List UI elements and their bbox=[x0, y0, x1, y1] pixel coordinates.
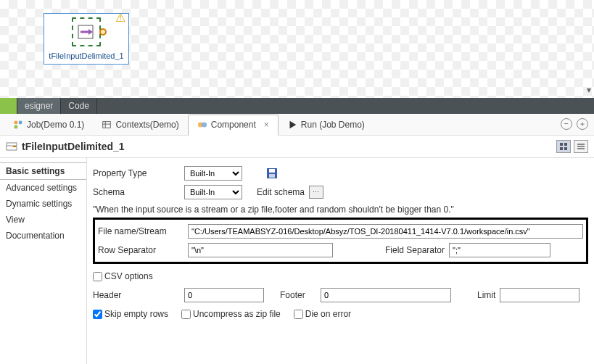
row-separator-label: Row Separator bbox=[98, 245, 183, 255]
row-separator-input[interactable] bbox=[188, 243, 333, 257]
view-tab-bar: Job(Demo 0.1) Contexts(Demo) Component ×… bbox=[0, 114, 594, 136]
header-label: Header bbox=[93, 290, 180, 300]
edit-schema-label: Edit schema bbox=[257, 187, 305, 197]
save-icon[interactable] bbox=[265, 167, 279, 180]
layout-list-button[interactable] bbox=[574, 140, 588, 153]
skip-empty-label: Skip empty rows bbox=[104, 309, 168, 319]
tab-code[interactable]: Code bbox=[61, 98, 97, 114]
component-label: tFileInputDelimited_1 bbox=[46, 51, 127, 60]
tab-contexts-label: Contexts(Demo) bbox=[115, 120, 178, 130]
edit-schema-button[interactable]: ⋯ bbox=[309, 186, 323, 199]
nav-dynamic-settings[interactable]: Dynamic settings bbox=[0, 196, 86, 212]
svg-rect-12 bbox=[577, 144, 585, 145]
tab-job-label: Job(Demo 0.1) bbox=[27, 120, 84, 130]
footer-label: Footer bbox=[280, 290, 316, 300]
nav-view[interactable]: View bbox=[0, 212, 86, 228]
svg-rect-16 bbox=[269, 169, 275, 173]
nav-documentation[interactable]: Documentation bbox=[0, 228, 86, 244]
tab-contexts[interactable]: Contexts(Demo) bbox=[93, 114, 187, 135]
canvas-component-tfileinputdelimited[interactable]: ⚠ tFileInputDelimited_1 bbox=[44, 13, 129, 65]
component-title-row: tFileInputDelimited_1 bbox=[0, 136, 594, 157]
warning-icon: ⚠ bbox=[115, 11, 125, 25]
property-type-label: Property Type bbox=[93, 168, 180, 178]
basic-settings-form: Property Type Built-In Schema Built-In E… bbox=[87, 158, 594, 364]
settings-side-nav: Basic settings Advanced settings Dynamic… bbox=[0, 158, 87, 364]
die-on-error-label: Die on error bbox=[305, 309, 351, 319]
tab-component[interactable]: Component × bbox=[188, 115, 279, 136]
schema-label: Schema bbox=[93, 187, 180, 197]
stream-note: "When the input source is a stream or a … bbox=[93, 204, 588, 215]
svg-point-6 bbox=[202, 123, 207, 128]
tab-run-label: Run (Job Demo) bbox=[301, 120, 365, 130]
editor-strip bbox=[0, 98, 17, 114]
field-separator-input[interactable] bbox=[449, 243, 550, 257]
nav-advanced-settings[interactable]: Advanced settings bbox=[0, 180, 86, 196]
run-icon bbox=[287, 120, 297, 130]
csv-options-checkbox[interactable] bbox=[93, 272, 102, 281]
tab-designer[interactable]: esigner bbox=[17, 98, 61, 114]
svg-rect-8 bbox=[560, 143, 563, 146]
schema-select[interactable]: Built-In bbox=[184, 185, 242, 199]
svg-rect-1 bbox=[15, 120, 17, 123]
design-canvas[interactable]: ⚠ tFileInputDelimited_1 ▾ bbox=[0, 0, 594, 98]
tab-job[interactable]: Job(Demo 0.1) bbox=[4, 114, 93, 135]
limit-label: Limit bbox=[477, 290, 495, 300]
scroll-down-icon[interactable]: ▾ bbox=[587, 85, 591, 95]
maximize-icon[interactable]: ＋ bbox=[577, 118, 588, 130]
layout-grid-button[interactable] bbox=[556, 140, 571, 153]
file-input-icon bbox=[76, 22, 96, 42]
contexts-icon bbox=[102, 120, 112, 130]
job-icon bbox=[13, 120, 23, 130]
svg-rect-4 bbox=[103, 121, 111, 128]
editor-tab-bar: esigner Code bbox=[0, 98, 594, 114]
output-port-icon[interactable] bbox=[99, 28, 107, 36]
tab-component-label: Component bbox=[211, 120, 256, 130]
csv-options-label: CSV options bbox=[104, 271, 153, 281]
tab-run[interactable]: Run (Job Demo) bbox=[279, 114, 374, 135]
svg-rect-14 bbox=[577, 148, 585, 149]
highlighted-inputs: File name/Stream Row Separator Field Sep… bbox=[93, 218, 588, 264]
svg-rect-9 bbox=[564, 143, 567, 146]
component-title-icon bbox=[6, 141, 17, 152]
header-input[interactable] bbox=[184, 288, 264, 302]
skip-empty-checkbox[interactable] bbox=[93, 310, 102, 319]
svg-rect-17 bbox=[269, 174, 275, 178]
limit-input[interactable] bbox=[500, 288, 579, 302]
filename-label: File name/Stream bbox=[98, 226, 183, 236]
die-on-error-checkbox[interactable] bbox=[294, 310, 303, 319]
minimize-icon[interactable]: − bbox=[561, 118, 572, 130]
svg-rect-11 bbox=[564, 147, 567, 150]
footer-input[interactable] bbox=[321, 288, 451, 302]
property-type-select[interactable]: Built-In bbox=[184, 166, 242, 181]
component-title: tFileInputDelimited_1 bbox=[22, 141, 125, 152]
nav-basic-settings[interactable]: Basic settings bbox=[0, 162, 86, 180]
svg-rect-3 bbox=[15, 125, 17, 128]
field-separator-label: Field Separator bbox=[385, 245, 445, 255]
filename-input[interactable] bbox=[188, 224, 583, 239]
svg-rect-13 bbox=[577, 146, 585, 147]
close-tab-icon[interactable]: × bbox=[264, 120, 269, 130]
uncompress-label: Uncompress as zip file bbox=[193, 309, 281, 319]
uncompress-checkbox[interactable] bbox=[181, 310, 191, 319]
svg-rect-2 bbox=[19, 120, 22, 123]
svg-rect-10 bbox=[560, 147, 563, 150]
component-icon bbox=[197, 120, 207, 130]
